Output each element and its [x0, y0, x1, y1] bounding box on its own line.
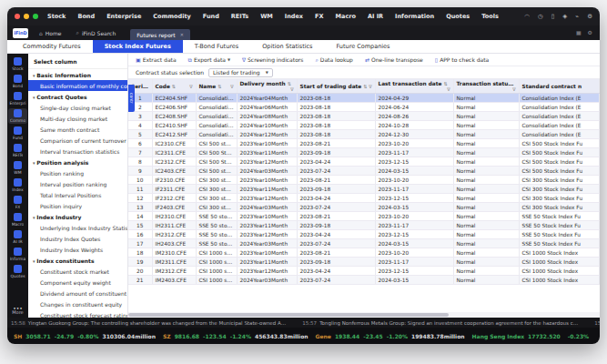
index-quote[interactable]: SZ 9816.68 -123.54 -1.24% 456343.83milli… [163, 333, 309, 339]
sidebar-entry[interactable]: Position ranking [28, 167, 127, 178]
sidebar-entry[interactable]: Comparison of current turnover [28, 135, 127, 146]
scrollbar-thumb[interactable] [128, 313, 449, 317]
menu-item[interactable]: FX [315, 13, 323, 20]
menu-item[interactable]: Tools [481, 13, 499, 20]
filter-icon[interactable]: ∇ [512, 86, 515, 92]
menu-item[interactable]: Macro [336, 13, 356, 20]
main-tab[interactable]: Future Companies [324, 40, 401, 53]
settings-icon[interactable]: ⚙ [587, 14, 592, 20]
sidebar-entry[interactable]: Constituent stock market [28, 266, 127, 277]
menu-item[interactable]: Enterprise [106, 13, 141, 20]
rail-item[interactable]: Enterpri [8, 91, 27, 106]
table-row[interactable]: 7 IC2311.CFE CSI 500 Stoc... 2023Year11M… [128, 148, 600, 157]
headset-icon[interactable]: ◠ [524, 14, 530, 20]
index-quote[interactable]: Hang Seng Index 17732.520 -0.23% [472, 333, 593, 339]
sidebar-entry[interactable]: Basic information of monthly cont [28, 80, 127, 91]
table-row[interactable]: 17 IH2403.CFE SSE 50 stock... 2024Year03… [128, 239, 600, 248]
rail-item[interactable]: FX [8, 195, 27, 210]
table-row[interactable]: 13 IF2403.CFE CSI 300 stoc... 2024Year03… [128, 203, 600, 212]
sidebar-entry[interactable]: Industry Index Weights [28, 244, 127, 255]
menu-item[interactable]: AI IR [368, 13, 383, 20]
menu-item[interactable]: Fund [203, 13, 219, 20]
rail-more-button[interactable]: ••• More [12, 307, 23, 315]
rail-item[interactable]: REITs [8, 143, 27, 158]
filter-icon[interactable]: ∇ [230, 84, 233, 89]
grid-view-icon[interactable]: ▦ [576, 29, 582, 35]
gear-icon[interactable]: ⚙ [588, 29, 592, 35]
table-row[interactable]: 8 IC2312.CFE CSI 500 Stoc... 2023Year12M… [128, 157, 600, 167]
table-row[interactable]: 15 IH2311.CFE SSE 50 stock... 2023Year11… [128, 221, 600, 230]
sidebar-entry[interactable]: Same month contract [28, 124, 127, 135]
table-row[interactable]: 21 IM2403.CFE CSI 1000 sto... 2024Year03… [128, 276, 600, 285]
menu-item[interactable]: Bond [77, 13, 95, 20]
table-row[interactable]: 2 EC2406.SHF Consolidation... 2024Year06… [128, 103, 600, 112]
column-header[interactable]: Name ⇅ ∇ [196, 79, 237, 94]
toolbar-button[interactable]: ▯ APP to check data [435, 56, 489, 63]
sidebar-entry[interactable]: Position analysis [28, 157, 127, 167]
sidebar-entry[interactable]: Changes in constituent equity [28, 298, 127, 309]
filter-icon[interactable]: ∇ [189, 84, 192, 89]
horizontal-scrollbar[interactable] [128, 312, 600, 318]
table-row[interactable]: 14 IH2310.CFE SSE 50 stock... 2023Year10… [128, 212, 600, 221]
sort-icon[interactable]: ⇅ [172, 84, 176, 89]
table-row[interactable]: 9 IC2403.CFE CSI 500 stoc... 2024Year03M… [128, 167, 600, 176]
collapsed-panel-tab[interactable]: contr [128, 85, 135, 112]
sidebar-entry[interactable]: Interval position ranking [28, 178, 127, 189]
sidebar-entry[interactable]: Index Industry [28, 211, 127, 222]
sidebar-entry[interactable]: Dividend amount of constituent st [28, 288, 127, 298]
rail-item[interactable]: Quotes [8, 264, 27, 279]
sort-icon[interactable]: ⇅ [363, 84, 367, 89]
rail-item[interactable]: Informa [8, 247, 27, 262]
sort-icon[interactable]: ⇅ [513, 81, 517, 86]
column-header[interactable]: Last transaction date ⇅ ∇ [375, 79, 453, 94]
history-icon[interactable]: ◷ [538, 14, 543, 20]
main-tab[interactable]: T-Bond Futures [183, 40, 250, 53]
doc-tab-futures-report[interactable]: Futures report ✕ [130, 29, 190, 40]
rail-item[interactable]: Bond [8, 74, 27, 89]
toolbar-button[interactable]: ⌕ Data lookup [315, 56, 353, 64]
toolbar-button[interactable]: ▣ Extract data [136, 56, 177, 63]
filter-icon[interactable]: ∇ [369, 84, 371, 89]
news-item[interactable]: 15:57 Tongling Nonferrous Metals Group: … [302, 320, 578, 326]
menu-item[interactable]: REITs [231, 13, 248, 20]
index-quote[interactable]: SH 3058.71 -24.79 -0.80% 310306.04millio… [14, 333, 156, 339]
zoom-window-button[interactable] [33, 14, 38, 19]
contract-status-select[interactable]: Listed for trading ▼ [208, 68, 273, 77]
table-row[interactable]: 11 IF2311.CFE CSI 300 stoc... 2023Year11… [128, 185, 600, 194]
sidebar-entry[interactable]: Constituent stock forecast rating [28, 309, 127, 318]
column-header[interactable]: Transaction status ⇅ ∇ [453, 79, 519, 94]
table-row[interactable]: 19 IM2311.CFE CSI 1000 sto... 2023Year11… [128, 258, 600, 267]
shield-icon[interactable]: ◈ [562, 14, 567, 20]
main-tab[interactable]: Opition Statistics [250, 40, 324, 53]
toolbar-button[interactable]: ∇ Screening indicators [242, 56, 303, 63]
table-row[interactable]: 18 IM2310.CFE CSI 1000 sto... 2023Year10… [128, 248, 600, 258]
menu-item[interactable]: WM [260, 13, 273, 20]
table-row[interactable]: 20 IM2312.CFE CSI 1000 sto... 2023Year12… [128, 267, 600, 276]
sidebar-entry[interactable]: Underlying Index Industry Statistics [28, 222, 127, 233]
home-button[interactable]: ⌂ Home [39, 30, 62, 36]
filter-icon[interactable]: ∇ [447, 86, 450, 92]
table-row[interactable]: 12 IF2312.CFE CSI 300 stoc... 2023Year12… [128, 194, 600, 203]
sort-icon[interactable]: ⇅ [288, 81, 291, 86]
sidebar-entry[interactable]: Total Interval Positions [28, 189, 127, 200]
sidebar-entry[interactable]: Index constituents [28, 255, 127, 266]
sort-icon[interactable]: ⇅ [218, 84, 221, 89]
sort-icon[interactable]: ⇅ [444, 81, 448, 86]
main-tab[interactable]: Stock Index Futures [93, 40, 183, 53]
sidebar-entry[interactable]: Multi-day closing market [28, 113, 127, 124]
menu-item[interactable]: Information [395, 13, 434, 20]
menu-item[interactable]: Quotes [446, 13, 470, 20]
news-item[interactable]: 15:56 US President Biden arrives in Isra… [594, 320, 600, 326]
sidebar-entry[interactable]: Industry Index Quotes [28, 233, 127, 244]
table-row[interactable]: 1 EC2404.SHF Consolidation... 2024Year04… [128, 94, 600, 103]
main-tab[interactable]: Commodity Futures [11, 40, 93, 53]
menu-item[interactable]: Commodity [153, 13, 190, 20]
toolbar-button[interactable]: ⧉ Export data ▼ [188, 56, 230, 64]
column-header[interactable]: Delivery month ⇅ ∇ [237, 79, 297, 94]
sidebar-entry[interactable]: Interval transaction statistics [28, 146, 127, 157]
table-row[interactable]: 6 IC2310.CFE CSI 500 stoc... 2023Year10M… [128, 139, 600, 148]
table-row[interactable]: 16 IH2312.CFE SSE 50 stock... 2023Year12… [128, 230, 600, 239]
filter-icon[interactable]: ∇ [290, 86, 293, 92]
news-item[interactable]: 15:58 Yingtan Guokong Group: The control… [11, 320, 286, 326]
close-window-button[interactable] [15, 14, 20, 19]
